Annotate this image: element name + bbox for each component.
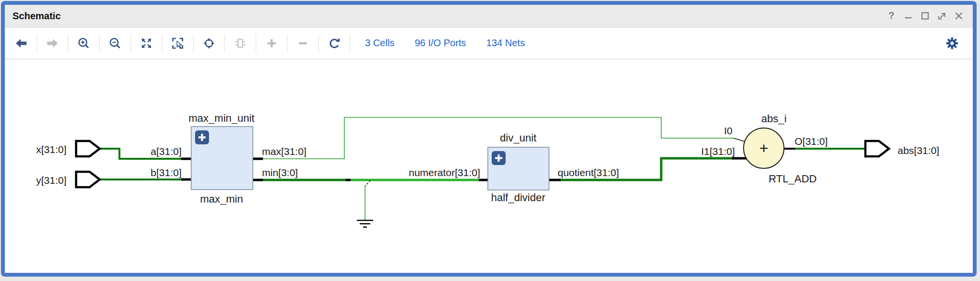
toolbar-separator	[68, 35, 68, 52]
zoom-selection-icon	[171, 37, 184, 50]
toolbar-separator	[224, 35, 225, 52]
maximize-icon	[920, 11, 930, 21]
port-label-y: y[31:0]	[36, 175, 66, 186]
ground-symbol	[357, 220, 373, 227]
instance-name: div_unit	[500, 132, 536, 144]
pin-label-quotient: quotient[31:0]	[558, 167, 619, 178]
adder-operator: +	[759, 140, 769, 157]
pin-label-i1: I1[31:0]	[701, 146, 735, 157]
window-title: Schematic	[13, 11, 61, 22]
input-port-y[interactable]: y[31:0]	[36, 172, 100, 187]
minimize-icon	[903, 11, 914, 21]
expand-cell-button[interactable]	[230, 33, 251, 54]
toolbar-separator	[131, 35, 131, 52]
window-controls: ?	[886, 11, 964, 21]
toolbar-separator	[287, 35, 287, 52]
io-ports-count-link[interactable]: 96 I/O Ports	[415, 38, 466, 49]
expand-cell-button[interactable]	[195, 130, 209, 144]
toolbar-separator	[37, 35, 37, 52]
toolbar-separator	[193, 35, 194, 52]
toolbar-separator	[162, 35, 162, 52]
forward-arrow-icon	[46, 37, 59, 50]
output-port-abs[interactable]: abs[31:0]	[865, 141, 939, 156]
float-button[interactable]	[937, 11, 947, 21]
settings-button[interactable]	[944, 35, 960, 51]
help-icon: ?	[886, 11, 897, 21]
toolbar-separator	[350, 35, 350, 52]
cell-icon	[234, 37, 247, 50]
schematic-toolbar: 3 Cells 96 I/O Ports 134 Nets	[5, 27, 973, 59]
collapse-button[interactable]	[292, 33, 314, 54]
port-label-abs: abs[31:0]	[898, 145, 939, 156]
refresh-button[interactable]	[324, 33, 345, 54]
pin-label-b: b[31:0]	[151, 167, 182, 178]
autofit-selection-button[interactable]	[198, 33, 220, 54]
zoom-in-button[interactable]	[73, 33, 94, 54]
close-icon	[954, 11, 964, 21]
toolbar-separator	[99, 35, 100, 52]
port-label-x: x[31:0]	[36, 144, 66, 155]
minus-icon	[297, 37, 309, 50]
float-icon	[937, 11, 947, 21]
input-port-x[interactable]: x[31:0]	[36, 141, 100, 156]
toolbar-separator	[256, 35, 256, 52]
back-arrow-icon	[15, 37, 27, 50]
zoom-fit-icon	[140, 37, 153, 50]
cells-count-link[interactable]: 3 Cells	[365, 38, 394, 49]
toolbar-separator	[318, 35, 319, 52]
expand-button[interactable]	[261, 33, 282, 54]
pin-label-i0: I0	[724, 125, 732, 136]
zoom-fit-button[interactable]	[136, 33, 157, 54]
instance-name: max_min_unit	[189, 112, 255, 124]
pin-label-max: max[31:0]	[262, 146, 306, 157]
module-name: half_divider	[491, 192, 546, 204]
svg-text:?: ?	[889, 11, 895, 21]
pin-label-min: min[3:0]	[262, 167, 298, 178]
plus-icon	[265, 37, 278, 50]
gear-icon	[945, 37, 959, 50]
maximize-button[interactable]	[920, 11, 930, 21]
zoom-in-icon	[78, 37, 90, 50]
cell-div-unit[interactable]: div_unit half_divider numerator[31:0] qu…	[409, 132, 619, 204]
module-name: max_min	[200, 193, 243, 205]
help-button[interactable]: ?	[886, 11, 897, 21]
zoom-out-button[interactable]	[105, 33, 126, 54]
zoom-to-selection-button[interactable]	[167, 33, 188, 54]
schematic-window: Schematic ?	[1, 1, 977, 277]
expand-cell-button[interactable]	[492, 151, 506, 165]
schematic-canvas[interactable]: x[31:0] y[31:0] abs[31:0]	[5, 59, 973, 272]
pin-label-o: O[31:0]	[795, 136, 828, 147]
close-button[interactable]	[954, 11, 964, 21]
nets-count-link[interactable]: 134 Nets	[486, 38, 525, 49]
crosshair-icon	[203, 37, 215, 50]
minimize-button[interactable]	[903, 11, 914, 21]
title-bar: Schematic ?	[5, 5, 973, 27]
refresh-icon	[328, 37, 340, 50]
forward-button[interactable]	[42, 33, 63, 54]
net-ground-tap[interactable]	[357, 180, 373, 227]
pin-label-numerator: numerator[31:0]	[409, 167, 480, 178]
pin-label-a: a[31:0]	[151, 146, 182, 157]
module-name: RTL_ADD	[769, 173, 817, 185]
zoom-out-icon	[109, 37, 121, 50]
back-button[interactable]	[11, 33, 32, 54]
instance-name: abs_i	[761, 113, 787, 125]
